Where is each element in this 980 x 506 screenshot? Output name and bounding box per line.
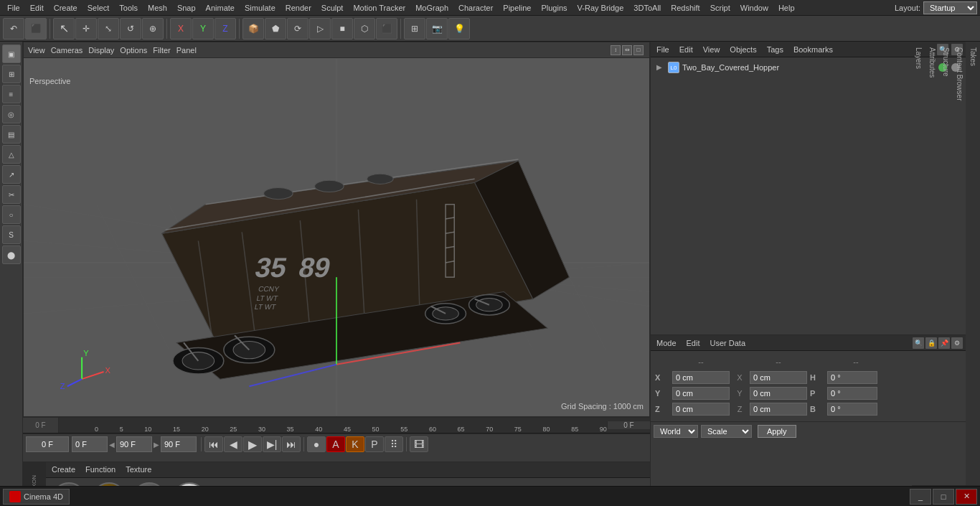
tab-attributes[interactable]: Attributes <box>925 42 939 486</box>
undo-button[interactable]: ↶ <box>3 18 24 39</box>
menu-script[interactable]: Script <box>706 2 735 14</box>
tool-sphere[interactable]: ○ <box>2 205 21 224</box>
obj-menu-bookmarks[interactable]: Bookmarks <box>791 44 836 55</box>
vp-arrows-btn[interactable]: ⇔ <box>622 45 632 55</box>
attr-h-val[interactable] <box>827 371 877 384</box>
attr-b-val[interactable] <box>827 403 877 416</box>
vp-expand-btn[interactable]: ↕ <box>611 45 621 55</box>
menu-3dtoall[interactable]: 3DToAll <box>629 2 665 14</box>
y-axis-button[interactable]: Y <box>192 18 214 39</box>
menu-render[interactable]: Render <box>281 2 316 14</box>
preview-end[interactable]: 90 F <box>116 436 152 452</box>
z-axis-button[interactable]: Z <box>215 18 236 39</box>
end-frame[interactable]: 90 F <box>161 436 197 452</box>
vp-menu-options[interactable]: Options <box>120 46 147 55</box>
render-region-button[interactable]: 📷 <box>426 18 448 39</box>
tool-edge[interactable]: ↗ <box>2 165 21 184</box>
move-button[interactable]: ✛ <box>75 18 97 39</box>
menu-vray-bridge[interactable]: V-Ray Bridge <box>573 2 628 14</box>
taskbar-cinema-btn[interactable]: Cinema 4D <box>3 489 70 505</box>
maximize-button[interactable]: □ <box>933 489 954 505</box>
layer-button[interactable]: ⬛ <box>376 18 397 39</box>
tool-texture[interactable]: ⊞ <box>2 65 21 83</box>
menu-simulate[interactable]: Simulate <box>240 2 280 14</box>
texture-button[interactable]: ⬡ <box>354 18 375 39</box>
menu-window[interactable]: Window <box>736 2 773 14</box>
tab-structure[interactable]: Structure <box>939 42 953 486</box>
menu-help[interactable]: Help <box>774 2 799 14</box>
vp-menu-display[interactable]: Display <box>88 46 114 55</box>
prev-frame-button[interactable]: ◀ <box>224 436 242 452</box>
attr-menu-edit[interactable]: Edit <box>684 337 703 349</box>
render-view-button[interactable]: ⬛ <box>25 18 47 39</box>
vp-menu-filter[interactable]: Filter <box>153 46 170 55</box>
key-button[interactable]: K <box>346 436 364 452</box>
attr-z-pos[interactable] <box>672 403 730 416</box>
obj-menu-view[interactable]: View <box>700 44 723 55</box>
layout-dropdown[interactable]: Startup Standard Minimal <box>923 1 977 14</box>
scale-button[interactable]: ⤡ <box>98 18 119 39</box>
select-button[interactable]: ↖ <box>53 18 75 39</box>
menu-snap[interactable]: Snap <box>173 2 200 14</box>
play-button[interactable]: ▶ <box>243 436 262 452</box>
menu-plugins[interactable]: Plugins <box>537 2 571 14</box>
viewport-solo-button[interactable]: ⊞ <box>404 18 425 39</box>
attr-p-val[interactable] <box>827 387 877 400</box>
polygon-button[interactable]: ⬟ <box>265 18 286 39</box>
tool-weight[interactable]: ◎ <box>2 105 21 123</box>
viewport-canvas[interactable]: Perspective <box>24 58 649 416</box>
transform-button[interactable]: ⊕ <box>142 18 164 39</box>
menu-pipeline[interactable]: Pipeline <box>499 2 535 14</box>
attr-x-pos[interactable] <box>672 371 730 384</box>
edge-button[interactable]: ⟳ <box>287 18 308 39</box>
obj-menu-file[interactable]: File <box>654 44 672 55</box>
menu-mesh[interactable]: Mesh <box>143 2 171 14</box>
vp-menu-view[interactable]: View <box>28 46 45 55</box>
menu-create[interactable]: Create <box>50 2 82 14</box>
tool-uv[interactable]: ≡ <box>2 85 21 103</box>
menu-tools[interactable]: Tools <box>115 2 142 14</box>
p-key-button[interactable]: P <box>365 436 384 452</box>
preview-start[interactable]: 0 F <box>72 436 108 452</box>
apply-button[interactable]: Apply <box>758 425 796 438</box>
go-start-button[interactable]: ⏮ <box>204 436 223 452</box>
next-frame-button[interactable]: ▶| <box>263 436 281 452</box>
attr-y-pos[interactable] <box>672 387 730 400</box>
menu-character[interactable]: Character <box>454 2 497 14</box>
close-button[interactable]: ✕ <box>956 489 977 505</box>
object-button[interactable]: 📦 <box>242 18 264 39</box>
menu-redshift[interactable]: Redshift <box>666 2 704 14</box>
tool-brush[interactable]: S <box>2 225 21 244</box>
tool-3d[interactable]: ▤ <box>2 125 21 144</box>
tool-magnet[interactable]: ⬤ <box>2 245 21 264</box>
tab-content-browser[interactable]: Content Browser <box>953 42 966 486</box>
attr-menu-mode[interactable]: Mode <box>654 337 679 349</box>
tool-poly[interactable]: △ <box>2 145 21 164</box>
scale-dropdown[interactable]: Scale Position Rotation <box>701 425 752 438</box>
world-dropdown[interactable]: World Object <box>654 425 698 438</box>
uv-button[interactable]: ■ <box>331 18 353 39</box>
tool-knife[interactable]: ✂ <box>2 185 21 204</box>
vp-menu-panel[interactable]: Panel <box>176 46 197 55</box>
menu-sculpt[interactable]: Sculpt <box>317 2 348 14</box>
obj-menu-objects[interactable]: Objects <box>727 44 759 55</box>
vp-menu-cameras[interactable]: Cameras <box>51 46 83 55</box>
auto-key-button[interactable]: A <box>326 436 345 452</box>
timeline-current-time[interactable]: 0 F <box>26 436 69 452</box>
tool-model[interactable]: ▣ <box>2 44 21 63</box>
tab-layers[interactable]: Layers <box>912 42 925 486</box>
vp-maximize-btn[interactable]: □ <box>633 45 644 55</box>
attr-x-rot[interactable] <box>750 371 807 384</box>
go-end-button[interactable]: ⏭ <box>282 436 301 452</box>
render-button[interactable]: 💡 <box>448 18 470 39</box>
film-button[interactable]: 🎞 <box>410 436 428 452</box>
rotate-button[interactable]: ↺ <box>120 18 141 39</box>
menu-select[interactable]: Select <box>83 2 114 14</box>
menu-mograph[interactable]: MoGraph <box>411 2 453 14</box>
obj-menu-edit[interactable]: Edit <box>677 44 696 55</box>
mat-menu-function[interactable]: Function <box>83 464 118 475</box>
menu-edit[interactable]: Edit <box>26 2 48 14</box>
attr-z-rot[interactable] <box>750 403 807 416</box>
tab-takes[interactable]: Takes <box>966 42 980 486</box>
menu-animate[interactable]: Animate <box>202 2 239 14</box>
